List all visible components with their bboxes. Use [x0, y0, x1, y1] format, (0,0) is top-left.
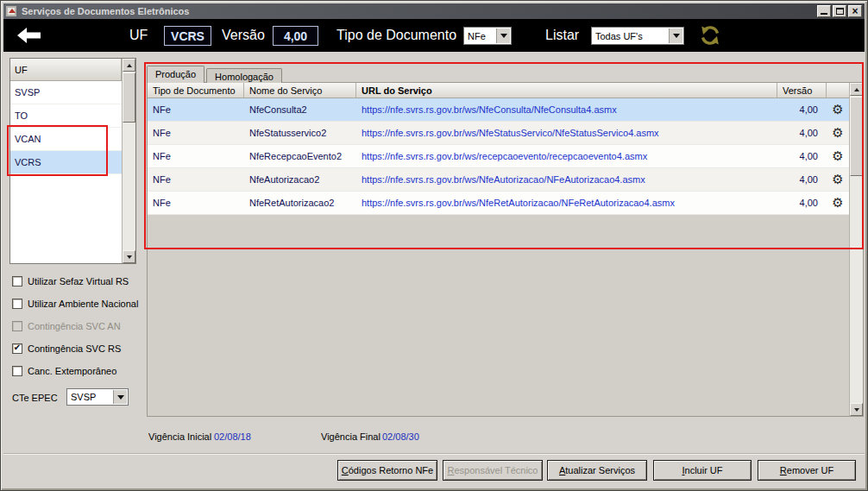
minimize-icon [821, 13, 827, 15]
cell-url: https://nfe.svrs.rs.gov.br/ws/NfeStatusS… [356, 122, 777, 144]
checkbox-canc-extemporaneo[interactable]: Canc. Extemporâneo [12, 365, 116, 377]
checkbox-utilizar-sefaz-virtual-rs[interactable]: Utilizar Sefaz Virtual RS [12, 275, 129, 287]
cell-nome: NfeConsulta2 [244, 98, 356, 121]
remover-uf-button[interactable]: Remover UF [758, 460, 856, 481]
vigencia-inicial-label: Vigência Inicial [148, 431, 211, 442]
list-item[interactable]: SVSP [10, 81, 122, 104]
list-item[interactable]: VCAN [10, 128, 122, 151]
column-header-tipo[interactable]: Tipo de Documento [148, 83, 244, 98]
cte-epec-select[interactable]: SVSP [66, 388, 129, 406]
app-icon [6, 5, 18, 17]
cell-tipo: NFe [148, 168, 244, 191]
scroll-down-icon[interactable] [123, 250, 135, 263]
checkbox-contingencia-svc-rs[interactable]: ✔ Contingência SVC RS [12, 343, 121, 355]
tab-bar: Produção Homologação [147, 66, 284, 83]
cte-epec-value: SVSP [71, 392, 96, 402]
titlebar[interactable]: Serviços de Documentos Eletrônicos × [3, 3, 865, 19]
cell-url: https://nfe.svrs.rs.gov.br/ws/NfeRetAuto… [356, 192, 777, 214]
scrollbar-thumb[interactable] [850, 97, 863, 176]
tipo-documento-label: Tipo de Documento [337, 28, 456, 43]
listar-select[interactable]: Todas UF's [591, 27, 684, 45]
tab-producao[interactable]: Produção [147, 66, 204, 83]
table-scrollbar[interactable] [849, 83, 863, 416]
uf-label: UF [129, 28, 148, 43]
atualizar-servicos-button[interactable]: Atualizar Serviços [547, 460, 647, 481]
cell-nome: NfeStatusservico2 [244, 122, 356, 144]
cell-nome: NfeAutorizacao2 [244, 168, 356, 191]
refresh-button[interactable] [699, 24, 721, 50]
cell-url: https://nfe.svrs.rs.gov.br/ws/NfeConsult… [356, 98, 777, 121]
checkbox-box: ✔ [12, 343, 22, 354]
cell-url: https://nfe.svrs.rs.gov.br/ws/NfeAutoriz… [356, 168, 777, 191]
gear-icon[interactable]: ⚙ [827, 192, 849, 214]
table-header-row: Tipo de Documento Nome do Serviço URL do… [148, 83, 849, 98]
checkbox-box [12, 321, 22, 331]
back-button[interactable] [17, 28, 41, 46]
cell-versao: 4,00 [777, 192, 827, 214]
minimize-button[interactable] [817, 5, 831, 17]
dropdown-arrow-icon[interactable] [113, 390, 127, 404]
dropdown-arrow-icon[interactable] [669, 28, 682, 43]
scrollbar-thumb[interactable] [123, 72, 135, 123]
checkbox-label: Utilizar Ambiente Nacional [28, 299, 138, 309]
table-row[interactable]: NFe NfeRecepcaoEvento2 https://nfe.svrs.… [148, 145, 849, 168]
versao-value-field[interactable]: 4,00 [273, 26, 318, 46]
scroll-up-icon[interactable] [850, 83, 863, 96]
cell-tipo: NFe [148, 122, 244, 144]
column-header-versao[interactable]: Versão [777, 83, 827, 98]
cell-versao: 4,00 [777, 168, 827, 191]
list-item[interactable]: TO [10, 104, 122, 128]
vigencia-inicial-value: 02/08/18 [214, 431, 251, 442]
list-item-label: VCAN [15, 134, 41, 144]
uf-list-scrollbar[interactable] [122, 59, 135, 263]
close-icon: × [852, 6, 858, 16]
cell-nome: NfeRetAutorizacao2 [244, 192, 356, 214]
column-header-nome[interactable]: Nome do Serviço [244, 83, 356, 98]
checkbox-box [12, 366, 22, 376]
gear-icon[interactable]: ⚙ [827, 168, 849, 191]
cell-versao: 4,00 [777, 122, 827, 144]
tab-homologacao[interactable]: Homologação [206, 68, 282, 83]
tipo-documento-value: NFe [468, 31, 486, 41]
list-item-selected[interactable]: VCRS [10, 151, 122, 174]
column-header-url[interactable]: URL do Serviço [356, 83, 777, 98]
uf-list: UF SVSP TO VCAN VCRS [9, 58, 136, 264]
cte-epec-label: CTe EPEC [12, 393, 58, 403]
window-title: Serviços de Documentos Eletrônicos [22, 6, 189, 16]
incluir-uf-button[interactable]: Incluir UF [653, 460, 752, 481]
maximize-icon [836, 8, 844, 15]
list-item-label: SVSP [15, 87, 40, 98]
app-window: Serviços de Documentos Eletrônicos × UF … [0, 0, 868, 491]
cell-nome: NfeRecepcaoEvento2 [244, 145, 356, 167]
dropdown-arrow-icon[interactable] [496, 28, 510, 43]
codigos-retorno-nfe-button[interactable]: Códigos Retorno NFe [337, 460, 437, 481]
checkbox-box [12, 276, 22, 286]
close-button[interactable]: × [848, 5, 862, 17]
table-row[interactable]: NFe NfeStatusservico2 https://nfe.svrs.r… [148, 122, 849, 145]
listar-value: Todas UF's [595, 31, 643, 41]
scroll-up-icon[interactable] [123, 59, 135, 72]
scroll-down-icon[interactable] [850, 403, 863, 416]
vigencia-final-label: Vigência Final [321, 431, 381, 442]
uf-list-rows: SVSP TO VCAN VCRS [10, 81, 122, 263]
uf-list-header[interactable]: UF [10, 59, 122, 81]
listar-label: Listar [545, 28, 579, 43]
cell-versao: 4,00 [777, 98, 827, 121]
uf-value-field[interactable]: VCRS [164, 26, 211, 46]
toolbar: UF VCRS Versão 4,00 Tipo de Documento NF… [3, 19, 865, 52]
vigencia-final-value: 02/08/30 [382, 431, 419, 442]
checkbox-box [12, 299, 22, 309]
checkbox-label: Contingência SVC RS [28, 343, 121, 354]
gear-icon[interactable]: ⚙ [827, 98, 849, 121]
checkbox-label: Canc. Extemporâneo [28, 366, 116, 376]
cell-url: https://nfe.svrs.rs.gov.br/ws/recepcaoev… [356, 145, 777, 167]
table-row[interactable]: NFe NfeRetAutorizacao2 https://nfe.svrs.… [148, 192, 849, 215]
maximize-button[interactable] [833, 5, 846, 17]
gear-icon[interactable]: ⚙ [827, 145, 849, 167]
tipo-documento-select[interactable]: NFe [463, 27, 512, 45]
checkbox-utilizar-ambiente-nacional[interactable]: Utilizar Ambiente Nacional [12, 298, 138, 310]
table-row[interactable]: NFe NfeAutorizacao2 https://nfe.svrs.rs.… [148, 168, 849, 192]
table-row[interactable]: NFe NfeConsulta2 https://nfe.svrs.rs.gov… [148, 98, 849, 122]
gear-icon[interactable]: ⚙ [827, 122, 849, 144]
responsavel-tecnico-button: Responsável Técnico [443, 460, 543, 481]
